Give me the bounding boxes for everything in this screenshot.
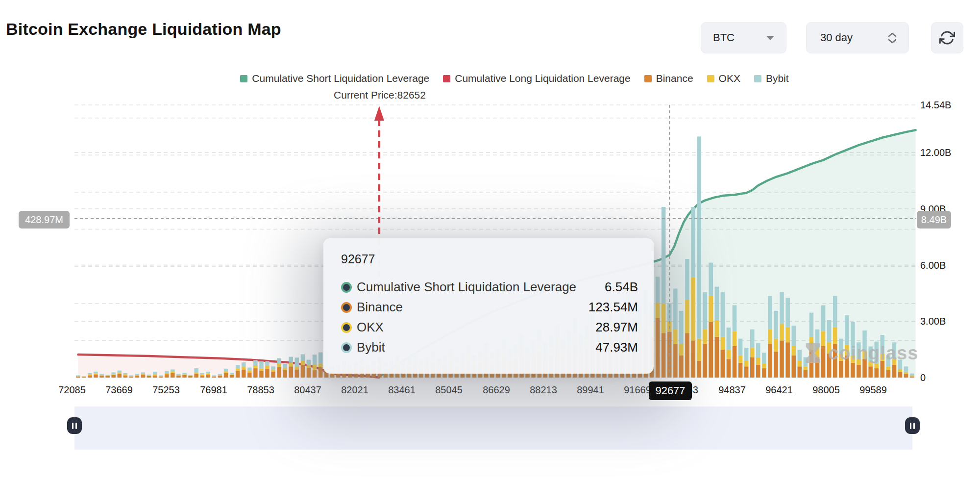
x-axis-tick: 82021 (341, 384, 368, 396)
x-axis-tick: 86629 (483, 384, 510, 396)
x-axis-tick: 76981 (200, 384, 227, 396)
x-axis-tick: 85045 (435, 384, 463, 396)
chart-legend: Cumulative Short Liquidation Leverage Cu… (49, 73, 980, 84)
coin-select[interactable]: BTC (701, 22, 786, 53)
x-axis-tick: 91669 (624, 384, 651, 396)
tooltip-row-short-leverage: Cumulative Short Liquidation Leverage 6.… (341, 277, 638, 297)
tooltip-price: 92677 (341, 252, 638, 266)
legend-label: Cumulative Short Liquidation Leverage (252, 73, 429, 84)
legend-swatch (240, 75, 247, 82)
coinglass-logo-icon (803, 342, 823, 364)
right-axis-tick: 0 (920, 372, 926, 383)
brush-handle-right[interactable] (905, 417, 920, 434)
legend-label: OKX (719, 73, 740, 84)
legend-item-binance[interactable]: Binance (644, 73, 693, 84)
series-ring-icon (341, 342, 352, 353)
watermark-text: coinglass (828, 343, 918, 364)
series-ring-icon (341, 282, 352, 293)
stepper-icon (888, 32, 897, 44)
x-axis-tick: 80437 (294, 384, 321, 396)
x-axis-tick: 83461 (388, 384, 416, 396)
legend-swatch (644, 75, 652, 82)
x-axis-tick: 88213 (530, 384, 557, 396)
legend-swatch (707, 75, 714, 82)
zoom-brush-track[interactable] (74, 407, 912, 450)
current-price-label: Current Price:82652 (282, 89, 478, 101)
x-axis-tick: 75253 (152, 384, 180, 396)
legend-swatch (754, 75, 761, 82)
tooltip-row-bybit: Bybit 47.93M (341, 337, 638, 357)
x-axis-tick: 72085 (58, 384, 86, 396)
legend-label: Cumulative Long Liquidation Leverage (455, 73, 630, 84)
crosshair-left-badge: 428.97M (19, 211, 70, 229)
page-title: Bitcoin Exchange Liquidation Map (6, 20, 281, 39)
x-axis-tick: 89941 (577, 384, 604, 396)
legend-swatch (443, 75, 450, 82)
crosshair-right-badge: 8.49B (917, 211, 951, 229)
legend-item-cumulative-long[interactable]: Cumulative Long Liquidation Leverage (443, 73, 630, 84)
right-axis-tick: 12.00B (920, 147, 951, 158)
x-axis-tick: 73669 (105, 384, 133, 396)
x-axis-tick: 78853 (247, 384, 274, 396)
legend-label: Binance (656, 73, 693, 84)
crosshair-x-badge: 92677 (649, 381, 692, 400)
x-axis-tick: 96421 (765, 384, 793, 396)
hover-tooltip: 92677 Cumulative Short Liquidation Lever… (323, 238, 654, 374)
refresh-button[interactable] (931, 22, 963, 53)
chevron-down-icon (766, 36, 774, 40)
tooltip-row-okx: OKX 28.97M (341, 317, 638, 337)
x-axis-tick: 98005 (812, 384, 840, 396)
right-axis-tick: 6.00B (920, 260, 946, 271)
x-axis-tick: 94837 (718, 384, 746, 396)
x-axis-tick: 99589 (859, 384, 887, 396)
right-axis-tick: 3.00B (920, 316, 946, 327)
right-axis-tick: 14.54B (920, 100, 951, 111)
range-select[interactable]: 30 day (806, 22, 909, 53)
range-select-value: 30 day (820, 31, 853, 44)
legend-label: Bybit (766, 73, 789, 84)
coin-select-value: BTC (713, 31, 735, 44)
brush-handle-left[interactable] (67, 417, 82, 434)
series-ring-icon (341, 322, 352, 333)
legend-item-cumulative-short[interactable]: Cumulative Short Liquidation Leverage (240, 73, 429, 84)
liquidation-map-page: Bitcoin Exchange Liquidation Map BTC 30 … (0, 0, 980, 483)
legend-item-okx[interactable]: OKX (707, 73, 740, 84)
tooltip-row-binance: Binance 123.54M (341, 297, 638, 317)
legend-item-bybit[interactable]: Bybit (754, 73, 789, 84)
refresh-icon (939, 30, 955, 46)
watermark: coinglass (803, 342, 918, 364)
series-ring-icon (341, 302, 352, 313)
